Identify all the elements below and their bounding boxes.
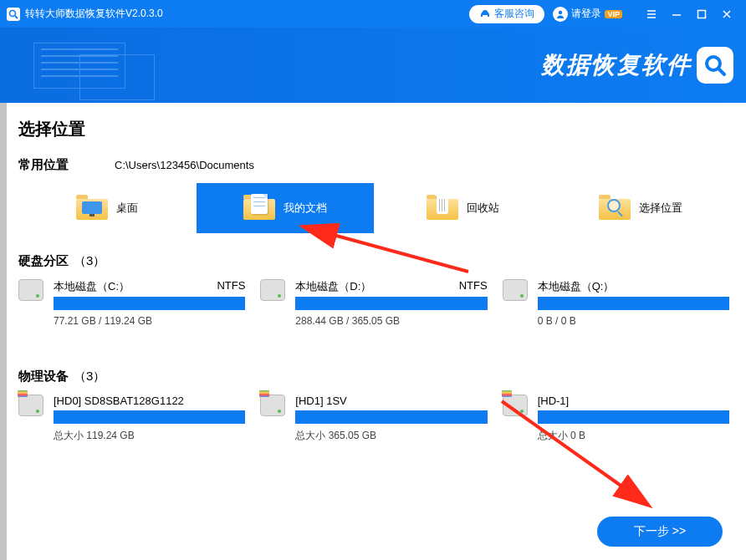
- usage-bar: [295, 297, 487, 310]
- main-content: 选择位置 常用位置 C:\Users\123456\Documents 桌面 我…: [0, 103, 746, 560]
- recycle-icon: [427, 195, 458, 221]
- location-browse[interactable]: 选择位置: [552, 183, 730, 233]
- disk-icon: [260, 279, 287, 306]
- svg-rect-8: [698, 10, 706, 18]
- physical-hd1[interactable]: [HD1] 1SV 总大小 365.05 GB: [260, 395, 487, 443]
- partition-name: 本地磁盘（C:）: [54, 279, 130, 294]
- documents-icon: [243, 195, 275, 221]
- partitions-title: 硬盘分区: [18, 253, 69, 269]
- usage-bar: [538, 297, 729, 310]
- physical-disk-icon: [503, 395, 529, 421]
- partition-fs: NTFS: [459, 279, 488, 294]
- usage-bar: [538, 410, 729, 424]
- location-desktop[interactable]: 桌面: [18, 183, 197, 233]
- left-shade: [0, 103, 7, 560]
- disk-icon: [503, 279, 529, 306]
- location-recycle[interactable]: 回收站: [374, 183, 552, 233]
- common-locations-title-row: 常用位置 C:\Users\123456\Documents: [18, 157, 729, 173]
- physical-disk-icon: [260, 395, 287, 421]
- physical-size: 总大小 365.05 GB: [295, 429, 487, 443]
- physical-hd-1[interactable]: [HD-1] 总大小 0 B: [503, 395, 729, 443]
- browse-icon: [599, 195, 631, 221]
- physical-title-row: 物理设备 （3）: [18, 369, 729, 384]
- location-label: 桌面: [116, 201, 138, 216]
- headset-icon: [479, 8, 491, 20]
- disk-icon: [18, 279, 45, 306]
- physical-name: [HD0] SD8SBAT128G1122: [54, 395, 245, 407]
- banner-title: 数据恢复软件: [541, 49, 692, 81]
- partitions-count: （3）: [74, 253, 105, 269]
- common-locations-title: 常用位置: [18, 157, 69, 173]
- location-documents[interactable]: 我的文档: [197, 183, 375, 233]
- banner-decoration: [33, 36, 151, 94]
- close-button[interactable]: [714, 0, 739, 28]
- next-label: 下一步 >>: [634, 524, 686, 539]
- partition-size: 288.44 GB / 365.05 GB: [295, 315, 487, 327]
- physical-count: （3）: [74, 369, 105, 384]
- banner: 数据恢复软件: [0, 28, 746, 103]
- login-label: 请登录: [571, 7, 601, 21]
- banner-logo-icon: [697, 47, 733, 84]
- physical-name: [HD1] 1SV: [295, 395, 487, 407]
- vip-badge: VIP: [605, 10, 622, 18]
- svg-point-2: [483, 10, 488, 15]
- app-logo-icon: [7, 8, 20, 21]
- svg-point-0: [10, 10, 16, 16]
- partition-q[interactable]: 本地磁盘（Q:） 0 B / 0 B: [503, 279, 729, 327]
- location-label: 选择位置: [639, 201, 682, 216]
- usage-bar: [54, 410, 245, 424]
- usage-bar: [54, 297, 245, 310]
- login-button[interactable]: 请登录 VIP: [553, 7, 622, 22]
- titlebar: 转转大师数据恢复软件V2.0.3.0 客服咨询 请登录 VIP: [0, 0, 746, 28]
- desktop-icon: [76, 195, 108, 221]
- customer-service-label: 客服咨询: [494, 7, 534, 21]
- current-path: C:\Users\123456\Documents: [115, 159, 254, 171]
- partition-name: 本地磁盘（Q:）: [538, 279, 615, 294]
- partition-size: 0 B / 0 B: [538, 315, 729, 327]
- app-title: 转转大师数据恢复软件V2.0.3.0: [25, 7, 469, 21]
- common-locations-row: 桌面 我的文档 回收站 选择位置: [18, 183, 729, 233]
- menu-button[interactable]: [639, 0, 664, 28]
- physical-disk-icon: [18, 395, 45, 421]
- location-label: 我的文档: [284, 201, 327, 216]
- partition-d[interactable]: 本地磁盘（D:）NTFS 288.44 GB / 365.05 GB: [260, 279, 487, 327]
- physical-size: 总大小 119.24 GB: [54, 429, 245, 443]
- physical-row: [HD0] SD8SBAT128G1122 总大小 119.24 GB [HD1…: [18, 395, 729, 443]
- location-label: 回收站: [467, 201, 499, 216]
- next-button[interactable]: 下一步 >>: [597, 517, 723, 547]
- partitions-row: 本地磁盘（C:）NTFS 77.21 GB / 119.24 GB 本地磁盘（D…: [18, 279, 729, 327]
- svg-point-3: [559, 10, 562, 13]
- physical-hd0[interactable]: [HD0] SD8SBAT128G1122 总大小 119.24 GB: [18, 395, 245, 443]
- svg-line-1: [15, 16, 18, 18]
- partitions-title-row: 硬盘分区 （3）: [18, 253, 729, 269]
- partition-c[interactable]: 本地磁盘（C:）NTFS 77.21 GB / 119.24 GB: [18, 279, 245, 327]
- usage-bar: [295, 410, 487, 424]
- svg-line-12: [718, 69, 724, 74]
- physical-size: 总大小 0 B: [538, 429, 729, 443]
- customer-service-button[interactable]: 客服咨询: [469, 5, 544, 23]
- maximize-button[interactable]: [689, 0, 714, 28]
- physical-name: [HD-1]: [538, 395, 729, 407]
- page-title: 选择位置: [18, 118, 729, 140]
- partition-fs: NTFS: [217, 279, 245, 294]
- user-icon: [553, 7, 568, 22]
- physical-title: 物理设备: [18, 369, 69, 384]
- minimize-button[interactable]: [664, 0, 689, 28]
- partition-size: 77.21 GB / 119.24 GB: [54, 315, 245, 327]
- partition-name: 本地磁盘（D:）: [295, 279, 371, 294]
